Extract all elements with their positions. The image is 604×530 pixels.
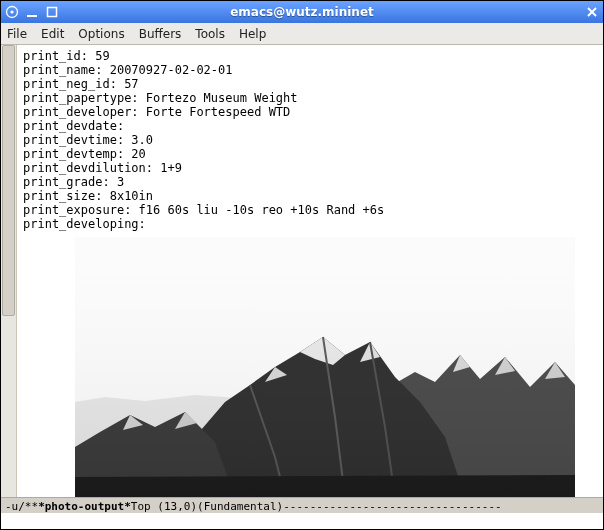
- svg-rect-3: [48, 8, 57, 17]
- buffer-line: print_neg_id: 57: [23, 77, 599, 91]
- menu-bar: File Edit Options Buffers Tools Help: [1, 23, 603, 45]
- minibuffer[interactable]: [1, 513, 603, 529]
- buffer-line: print_size: 8x10in: [23, 189, 599, 203]
- embedded-image: [75, 237, 575, 497]
- titlebar-left-controls: [5, 5, 65, 19]
- maximize-icon[interactable]: [45, 5, 59, 19]
- window-title: emacs@wutz.mininet: [71, 5, 533, 19]
- menu-file[interactable]: File: [7, 27, 27, 41]
- text-buffer[interactable]: print_id: 59 print_name: 20070927-02-02-…: [17, 45, 603, 497]
- menu-edit[interactable]: Edit: [41, 27, 64, 41]
- menu-tools[interactable]: Tools: [195, 27, 225, 41]
- menu-buffers[interactable]: Buffers: [139, 27, 182, 41]
- svg-rect-7: [75, 237, 575, 497]
- editor-area: print_id: 59 print_name: 20070927-02-02-…: [1, 45, 603, 497]
- window-titlebar: emacs@wutz.mininet: [1, 1, 603, 23]
- buffer-line: print_id: 59: [23, 49, 599, 63]
- modeline-mode: (Fundamental): [197, 500, 283, 513]
- close-icon[interactable]: [585, 5, 599, 19]
- buffer-line: print_exposure: f16 60s liu -10s reo +10…: [23, 203, 599, 217]
- buffer-line: print_developer: Forte Fortespeed WTD: [23, 105, 599, 119]
- modeline-position: Top (13,0): [131, 500, 197, 513]
- vertical-scrollbar[interactable]: [1, 45, 17, 497]
- menu-help[interactable]: Help: [239, 27, 266, 41]
- minimize-icon[interactable]: [25, 5, 39, 19]
- buffer-line: print_papertype: Fortezo Museum Weight: [23, 91, 599, 105]
- svg-point-1: [10, 10, 13, 13]
- emacs-window: emacs@wutz.mininet File Edit Options Buf…: [0, 0, 604, 530]
- buffer-line: print_devtime: 3.0: [23, 133, 599, 147]
- buffer-line: print_devdilution: 1+9: [23, 161, 599, 175]
- buffer-line: print_grade: 3: [23, 175, 599, 189]
- buffer-line: print_name: 20070927-02-02-01: [23, 63, 599, 77]
- scrollbar-thumb[interactable]: [2, 45, 15, 316]
- modeline-buffer-name: *photo-output*: [38, 500, 131, 513]
- menu-options[interactable]: Options: [78, 27, 124, 41]
- buffer-line: print_developing:: [23, 217, 599, 231]
- window-menu-icon[interactable]: [5, 5, 19, 19]
- titlebar-right-controls: [539, 5, 599, 19]
- buffer-line: print_devdate:: [23, 119, 599, 133]
- modeline-filler: ---------------------------------: [283, 500, 502, 513]
- modeline-status: -u/**: [5, 500, 38, 513]
- buffer-line: print_devtemp: 20: [23, 147, 599, 161]
- mode-line: -u/** *photo-output* Top (13,0) (Fundame…: [1, 497, 603, 513]
